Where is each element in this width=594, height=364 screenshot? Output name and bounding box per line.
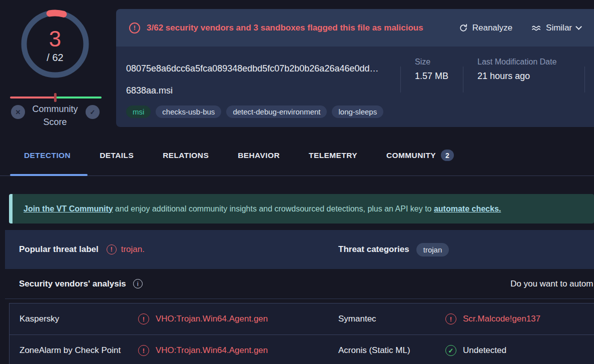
detection-result: VHO:Trojan.Win64.Agent.gen <box>156 346 268 356</box>
refresh-icon <box>459 24 468 32</box>
alert-icon: ! <box>138 345 149 356</box>
detection-gauge-column: 3 / 62 ✕ Community Score ✓ <box>0 0 116 128</box>
alert-icon: ! <box>445 314 456 324</box>
file-hash-line1: 08075e8a6dcc6a5fca089348edbd5fc07b2b0b26… <box>126 58 400 80</box>
similar-button[interactable]: Similar <box>531 23 581 33</box>
file-name: 08075e8a6dcc6a5fca089348edbd5fc07b2b0b26… <box>126 58 400 102</box>
tab-details[interactable]: DETAILS <box>100 151 134 160</box>
table-row: Kaspersky ! VHO:Trojan.Win64.Agent.gen S… <box>10 304 594 335</box>
size-value: 1.57 MB <box>415 71 463 82</box>
tag-msi[interactable]: msi <box>126 106 151 118</box>
tab-relations-label: RELATIONS <box>163 151 209 160</box>
downvote-icon: ✕ <box>11 105 25 119</box>
table-row: ZoneAlarm by Check Point ! VHO:Trojan.Wi… <box>10 335 594 364</box>
community-score-slider <box>10 93 102 102</box>
tag-detect-debug-environment[interactable]: detect-debug-environment <box>226 106 327 118</box>
similar-label: Similar <box>546 23 572 33</box>
tab-behavior-label: BEHAVIOR <box>238 151 280 160</box>
vendors-analysis-title: Security vendors' analysis <box>19 279 126 289</box>
threat-category-trojan[interactable]: trojan <box>416 243 449 256</box>
active-tab-indicator <box>10 174 88 176</box>
join-vt-community-link[interactable]: Join the VT Community <box>24 204 113 213</box>
vendor-name: Symantec <box>338 314 445 324</box>
alert-icon: ! <box>107 244 117 254</box>
threat-label-value: trojan. <box>121 244 145 254</box>
file-hash-line2: 6838aa.msi <box>126 80 400 102</box>
file-tags: msi checks-usb-bus detect-debug-environm… <box>126 106 594 118</box>
file-info-card: 08075e8a6dcc6a5fca089348edbd5fc07b2b0b26… <box>116 46 594 127</box>
banner-middle-text: and enjoy additional community insights … <box>113 204 434 213</box>
flag-banner-text: 3/62 security vendors and 3 sandboxes fl… <box>147 23 423 33</box>
tab-details-label: DETAILS <box>100 151 134 160</box>
malicious-flag-banner: ! 3/62 security vendors and 3 sandboxes … <box>116 9 594 46</box>
tab-detection-label: DETECTION <box>24 151 71 160</box>
threat-categories-label: Threat categories <box>338 244 409 254</box>
tag-checks-usb-bus[interactable]: checks-usb-bus <box>156 106 221 118</box>
detection-score-gauge: 3 / 62 <box>20 9 90 79</box>
divider <box>584 66 585 92</box>
tab-detection[interactable]: DETECTION <box>24 151 71 160</box>
upvote-icon: ✓ <box>86 105 100 119</box>
slider-negative-segment <box>10 96 56 98</box>
tab-behavior[interactable]: BEHAVIOR <box>238 151 280 160</box>
reanalyze-button[interactable]: Reanalyze <box>459 23 512 33</box>
tab-community-label: COMMUNITY <box>386 151 436 160</box>
tab-community[interactable]: COMMUNITY 2 <box>386 150 454 161</box>
info-icon[interactable]: i <box>133 279 143 288</box>
detections-count: 3 <box>49 28 61 50</box>
alert-icon: ! <box>129 22 140 34</box>
automate-checks-link[interactable]: automate checks. <box>434 204 501 213</box>
slider-positive-segment <box>56 96 102 98</box>
tab-telemetry[interactable]: TELEMETRY <box>309 151 357 160</box>
vendor-name: Acronis (Static ML) <box>338 346 445 356</box>
last-modification-label: Last Modification Date <box>477 58 584 66</box>
alert-icon: ! <box>138 314 149 324</box>
reanalyze-label: Reanalyze <box>472 23 512 33</box>
similar-waves-icon <box>531 24 541 32</box>
check-circle-icon: ✓ <box>445 345 456 356</box>
report-tabs: DETECTION DETAILS RELATIONS BEHAVIOR TEL… <box>0 128 594 176</box>
tag-long-sleeps[interactable]: long-sleeps <box>332 106 383 118</box>
join-community-banner: Join the VT Community and enjoy addition… <box>9 194 594 224</box>
popular-threat-label: Popular threat label <box>19 244 99 254</box>
x-glyph: ✕ <box>16 108 21 116</box>
detection-result: Scr.Malcode!gen137 <box>463 314 540 324</box>
size-label: Size <box>415 58 463 66</box>
detections-table: Kaspersky ! VHO:Trojan.Win64.Agent.gen S… <box>9 303 594 364</box>
detection-result: Undetected <box>463 346 506 356</box>
tabs-divider <box>0 176 594 176</box>
slider-handle <box>54 93 57 102</box>
vendor-name: Kaspersky <box>10 314 138 324</box>
tab-telemetry-label: TELEMETRY <box>309 151 357 160</box>
automate-question-link[interactable]: Do you want to autom <box>510 279 593 289</box>
vendors-analysis-header: Security vendors' analysis i Do you want… <box>5 269 594 299</box>
check-glyph: ✓ <box>90 108 96 116</box>
chevron-down-icon <box>575 24 582 30</box>
community-count-badge: 2 <box>441 150 454 161</box>
threat-label-row: Popular threat label ! trojan. Threat ca… <box>5 230 594 269</box>
file-summary-header: 3 / 62 ✕ Community Score ✓ ! 3/62 securi… <box>0 0 594 128</box>
vendor-name: ZoneAlarm by Check Point <box>10 346 138 356</box>
community-score-label: Community Score <box>25 102 85 128</box>
last-modification-value: 21 hours ago <box>477 71 584 82</box>
detections-total: / 62 <box>47 52 63 64</box>
detection-result: VHO:Trojan.Win64.Agent.gen <box>156 314 268 324</box>
tab-relations[interactable]: RELATIONS <box>163 151 209 160</box>
